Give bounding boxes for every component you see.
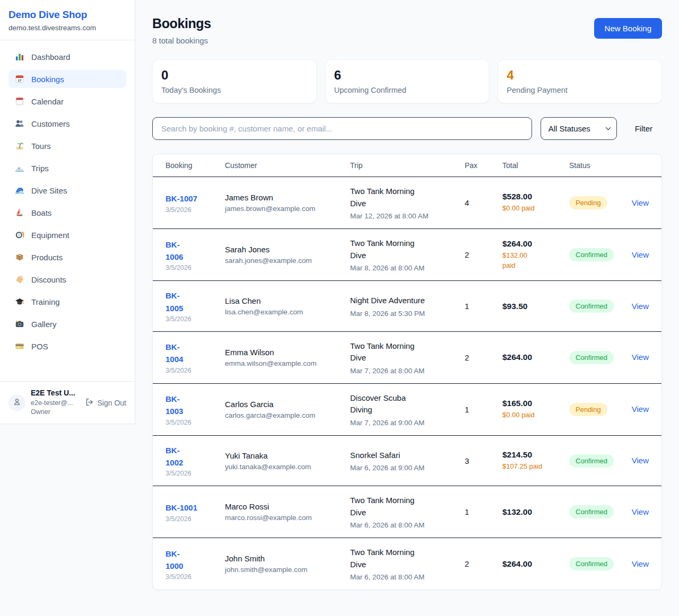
- total-cell: $214.50 $107.25 paid: [502, 450, 569, 472]
- booking-cell: BK-1007 3/5/2026: [166, 192, 225, 213]
- search-input[interactable]: [152, 117, 532, 140]
- wave-icon: [15, 186, 24, 195]
- column-header-actions: [631, 161, 649, 170]
- view-link[interactable]: View: [632, 302, 649, 311]
- total-cell: $93.50: [502, 302, 569, 311]
- customer-cell: Carlos Garcia carlos.garcia@example.com: [225, 400, 350, 419]
- column-header-total: Total: [502, 161, 569, 170]
- booking-id-link[interactable]: BK-1005: [166, 289, 225, 314]
- sidebar-item-gallery[interactable]: Gallery: [8, 315, 126, 333]
- filter-button[interactable]: Filter: [625, 124, 662, 133]
- status-badge: Pending: [569, 196, 607, 209]
- tear-off-calendar-icon: [15, 96, 24, 106]
- sidebar-item-tours[interactable]: Tours: [8, 137, 126, 155]
- table-row: BK-1002 3/5/2026 Yuki Tanaka yuki.tanaka…: [153, 436, 661, 487]
- view-link[interactable]: View: [632, 559, 649, 568]
- sidebar-item-boats[interactable]: Boats: [8, 204, 126, 222]
- trip-cell: Discover ScubaDiving Mar 7, 2026 at 9:00…: [350, 392, 465, 427]
- sidebar-item-pos[interactable]: POS: [8, 337, 126, 355]
- column-header-booking: Booking: [166, 161, 225, 170]
- total-cell: $132.00: [502, 507, 569, 517]
- trip-name: Night Dive Adventure: [350, 295, 465, 307]
- sidebar-item-label: Discounts: [31, 275, 66, 284]
- pax-cell: 1: [465, 302, 502, 311]
- customer-name: Yuki Tanaka: [225, 451, 350, 460]
- sidebar-item-calendar[interactable]: Calendar: [8, 92, 126, 110]
- sidebar-item-dive-sites[interactable]: Dive Sites: [8, 181, 126, 199]
- page-title: Bookings: [152, 16, 211, 31]
- booking-id-link[interactable]: BK-1007: [166, 192, 225, 205]
- view-link[interactable]: View: [632, 353, 649, 362]
- user-role: Owner: [31, 408, 75, 417]
- trip-date: Mar 12, 2026 at 8:00 AM: [350, 212, 465, 220]
- booking-cell: BK-1006 3/5/2026: [166, 239, 225, 272]
- user-name: E2E Test U...: [31, 389, 75, 398]
- actions-cell: View: [631, 404, 649, 414]
- total-amount: $132.00: [502, 507, 569, 517]
- total-cell: $264.00: [502, 559, 569, 569]
- booking-id-link[interactable]: BK-1001: [166, 501, 225, 514]
- booking-id-link[interactable]: BK-1000: [166, 548, 225, 573]
- customer-name: Carlos Garcia: [225, 400, 350, 409]
- booking-id-link[interactable]: BK-1004: [166, 341, 225, 366]
- customer-cell: Lisa Chen lisa.chen@example.com: [225, 296, 350, 316]
- booking-cell: BK-1004 3/5/2026: [166, 341, 225, 374]
- status-select[interactable]: All Statuses: [541, 117, 617, 140]
- page-header: Bookings 8 total bookings New Booking: [152, 16, 662, 45]
- actions-cell: View: [631, 353, 649, 362]
- graduation-cap-icon: [15, 297, 24, 306]
- table-row: BK-1007 3/5/2026 James Brown james.brown…: [153, 177, 661, 229]
- trip-name: Discover ScubaDiving: [350, 392, 465, 416]
- trip-date: Mar 7, 2026 at 8:00 AM: [350, 367, 465, 375]
- stat-card: 6 Upcoming Confirmed: [325, 59, 490, 103]
- total-amount: $528.00: [502, 192, 569, 201]
- booking-date: 3/5/2026: [166, 470, 225, 477]
- customer-email: sarah.jones@example.com: [225, 257, 350, 265]
- sidebar-item-customers[interactable]: Customers: [8, 115, 126, 133]
- sidebar-item-dashboard[interactable]: Dashboard: [8, 48, 126, 66]
- customer-email: yuki.tanaka@example.com: [225, 463, 350, 471]
- island-icon: [15, 141, 24, 151]
- sidebar-item-products[interactable]: Products: [8, 248, 126, 266]
- sidebar-item-trips[interactable]: Trips: [8, 159, 126, 177]
- sign-out-button[interactable]: Sign Out: [85, 398, 126, 408]
- view-link[interactable]: View: [632, 507, 649, 516]
- brand-domain: demo.test.divestreams.com: [8, 24, 126, 32]
- trip-cell: Two Tank MorningDive Mar 6, 2026 at 8:00…: [350, 495, 465, 529]
- person-icon: [13, 398, 21, 408]
- column-header-pax: Pax: [465, 161, 502, 170]
- booking-id-link[interactable]: BK-1003: [166, 393, 225, 418]
- calendar-icon: 17: [15, 74, 24, 84]
- speedboat-icon: [15, 163, 24, 173]
- trip-date: Mar 8, 2026 at 5:30 PM: [350, 310, 465, 318]
- page-subtitle: 8 total bookings: [152, 36, 211, 45]
- view-link[interactable]: View: [632, 250, 649, 259]
- status-cell: Confirmed: [569, 351, 631, 364]
- sidebar-item-bookings[interactable]: 17 Bookings: [8, 70, 126, 88]
- booking-id-link[interactable]: BK-1002: [166, 444, 225, 469]
- booking-id-link[interactable]: BK-1006: [166, 239, 225, 263]
- sidebar-item-discounts[interactable]: Discounts: [8, 270, 126, 288]
- table-header-row: BookingCustomerTripPaxTotalStatus: [153, 154, 661, 177]
- status-cell: Confirmed: [569, 557, 631, 570]
- sidebar-item-label: Bookings: [31, 75, 64, 84]
- camera-icon: [15, 319, 24, 329]
- customer-cell: Marco Rossi marco.rossi@example.com: [225, 502, 350, 522]
- column-header-trip: Trip: [350, 161, 465, 170]
- total-cell: $165.00 $0.00 paid: [502, 399, 569, 420]
- sidebar-item-label: Customers: [31, 119, 70, 128]
- status-cell: Confirmed: [569, 454, 631, 468]
- sidebar-item-label: Equipment: [31, 231, 69, 240]
- view-link[interactable]: View: [632, 404, 649, 413]
- sidebar-item-training[interactable]: Training: [8, 293, 126, 311]
- table-body: BK-1007 3/5/2026 James Brown james.brown…: [153, 177, 661, 589]
- bookings-table: BookingCustomerTripPaxTotalStatus BK-100…: [152, 154, 662, 590]
- new-booking-button[interactable]: New Booking: [594, 18, 662, 39]
- actions-cell: View: [631, 507, 649, 517]
- sidebar-item-equipment[interactable]: Equipment: [8, 226, 126, 244]
- view-link[interactable]: View: [632, 198, 649, 207]
- view-link[interactable]: View: [632, 456, 649, 465]
- status-badge: Confirmed: [569, 300, 614, 313]
- total-cell: $264.00 $132.00paid: [502, 239, 569, 271]
- trip-cell: Two Tank MorningDive Mar 8, 2026 at 8:00…: [350, 237, 465, 272]
